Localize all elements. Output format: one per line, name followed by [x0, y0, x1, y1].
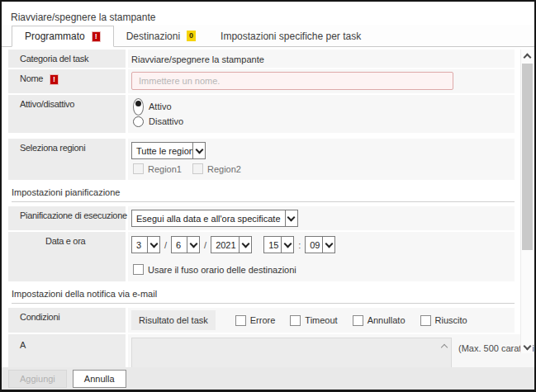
- regioni-value-cell: Tutte le regioni Region1 Region2: [128, 139, 515, 180]
- dataora-value-cell: 3 / 6 / 2021 15: [128, 232, 515, 281]
- radio-attivo-label: Attivo: [149, 102, 172, 111]
- radio-selected-icon[interactable]: [133, 98, 144, 116]
- datetime-pickers: 3 / 6 / 2021 15: [131, 235, 508, 253]
- tab-impostazioni-task-label: Impostazioni specifiche per task: [221, 31, 361, 42]
- row-condizioni: Condizioni Risultato del task Errore Tim…: [8, 308, 515, 333]
- tab-impostazioni-task[interactable]: Impostazioni specifiche per task: [208, 26, 373, 46]
- region1-label: Region1: [148, 164, 182, 174]
- attivo-label: Attivo/disattivo: [8, 95, 126, 133]
- regioni-select[interactable]: Tutte le regioni: [131, 142, 206, 159]
- categoria-label: Categoria del task: [8, 50, 126, 68]
- textarea-scrollbar: [440, 345, 448, 367]
- regioni-label: Seleziona regioni: [8, 139, 126, 180]
- date-separator: /: [164, 240, 168, 250]
- checkbox-timeout[interactable]: Timeout: [290, 315, 337, 326]
- scroll-up-button[interactable]: [521, 50, 533, 62]
- vertical-scrollbar[interactable]: [520, 50, 533, 353]
- dialog-window: Riavviare/spegnere la stampante Programm…: [0, 0, 536, 392]
- hour-select-value: 15: [264, 240, 281, 250]
- month-select-value: 3: [132, 240, 145, 250]
- row-attivo: Attivo/disattivo Attivo Disattivo: [8, 95, 515, 133]
- condizioni-label: Condizioni: [8, 308, 126, 333]
- time-separator: :: [297, 240, 301, 250]
- section-notifica-email: Impostazioni della notifica via e-mail: [12, 289, 515, 304]
- day-select[interactable]: 6: [171, 236, 200, 253]
- tab-destinazioni[interactable]: Destinazioni 0: [114, 26, 208, 46]
- region1-checkbox-icon[interactable]: [133, 163, 144, 174]
- nome-input[interactable]: [131, 72, 453, 90]
- year-select[interactable]: 2021: [211, 236, 252, 253]
- risultato-task-label: Risultato del task: [131, 310, 216, 330]
- row-regioni: Seleziona regioni Tutte le regioni Regio…: [8, 139, 515, 180]
- categoria-value: Riavviare/spegnere la stampante: [128, 50, 515, 68]
- condizioni-value-cell: Risultato del task Errore Timeout Annull…: [128, 308, 515, 333]
- fuso-checkbox-icon[interactable]: [133, 264, 144, 275]
- chevron-down-icon: [192, 143, 205, 158]
- annullato-label: Annullato: [368, 315, 406, 325]
- errore-label: Errore: [250, 315, 276, 325]
- scroll-down-button[interactable]: [521, 341, 533, 353]
- annulla-button[interactable]: Annulla: [73, 370, 126, 388]
- riuscito-checkbox-icon[interactable]: [420, 315, 431, 326]
- row-destinatario-a: A (Max. 500 caratteri): [8, 334, 515, 367]
- titlebar: Riavviare/spegnere la stampante: [2, 2, 534, 25]
- minute-select-value: 09: [306, 240, 322, 250]
- error-count-badge: !: [92, 31, 101, 42]
- month-select[interactable]: 3: [131, 236, 160, 253]
- errore-checkbox-icon[interactable]: [235, 315, 246, 326]
- chevron-down-icon: [187, 237, 199, 253]
- annullato-checkbox-icon[interactable]: [353, 315, 363, 326]
- chevron-down-icon: [322, 237, 334, 253]
- nome-error-badge: !: [50, 74, 59, 85]
- destination-count-badge: 0: [187, 31, 196, 41]
- date-separator: /: [203, 240, 207, 250]
- recipients-textarea[interactable]: [131, 338, 452, 367]
- minute-select[interactable]: 09: [305, 236, 335, 253]
- checkbox-fuso-orario[interactable]: Usare il fuso orario delle destinazioni: [131, 264, 508, 275]
- chevron-down-icon: [239, 237, 251, 253]
- radio-disattivo[interactable]: Disattivo: [131, 114, 508, 129]
- radio-attivo[interactable]: Attivo: [131, 99, 508, 114]
- radio-unselected-icon[interactable]: [133, 116, 144, 127]
- fuso-label: Usare il fuso orario delle destinazioni: [148, 265, 296, 275]
- timeout-label: Timeout: [305, 315, 337, 325]
- chevron-up-icon[interactable]: [441, 344, 448, 351]
- checkbox-region1[interactable]: Region1: [133, 163, 182, 174]
- checkbox-annullato[interactable]: Annullato: [353, 315, 406, 326]
- esecuzione-label: Pianificazione di esecuzione: [8, 206, 126, 230]
- day-select-value: 6: [172, 240, 185, 250]
- row-dataora: Data e ora 3 / 6 / 2021: [8, 232, 515, 281]
- hour-select[interactable]: 15: [263, 236, 294, 253]
- checkbox-riuscito[interactable]: Riuscito: [420, 315, 467, 326]
- chevron-up-icon: [523, 53, 531, 61]
- a-label: A: [8, 334, 126, 367]
- section-pianificazione: Impostazioni pianificazione: [12, 187, 515, 202]
- nome-value-cell: [128, 69, 515, 93]
- chevron-down-icon: [281, 237, 293, 253]
- attivo-value-cell: Attivo Disattivo: [128, 95, 515, 133]
- tab-programmato-label: Programmato: [25, 31, 85, 42]
- nome-label-text: Nome: [20, 73, 43, 83]
- aggiungi-button[interactable]: Aggiungi: [8, 370, 67, 388]
- row-esecuzione: Pianificazione di esecuzione Esegui alla…: [8, 206, 515, 230]
- region2-checkbox-icon[interactable]: [192, 163, 203, 174]
- row-categoria: Categoria del task Riavviare/spegnere la…: [8, 50, 515, 68]
- riuscito-label: Riuscito: [435, 315, 467, 325]
- form-content: Categoria del task Riavviare/spegnere la…: [2, 47, 534, 367]
- checkbox-errore[interactable]: Errore: [235, 315, 276, 326]
- region2-label: Region2: [207, 164, 241, 174]
- esecuzione-value-cell: Esegui alla data e all'ora specificate: [128, 206, 515, 230]
- chevron-down-icon: [285, 210, 297, 226]
- dataora-label: Data e ora: [8, 232, 126, 281]
- dialog-title: Riavviare/spegnere la stampante: [11, 12, 155, 23]
- esecuzione-select[interactable]: Esegui alla data e all'ora specificate: [131, 210, 298, 227]
- row-nome: Nome !: [8, 69, 515, 93]
- checkbox-region2[interactable]: Region2: [192, 163, 241, 174]
- tab-programmato[interactable]: Programmato !: [12, 26, 114, 47]
- nome-label: Nome !: [8, 69, 126, 93]
- regioni-select-value: Tutte le regioni: [132, 146, 192, 156]
- esecuzione-select-value: Esegui alla data e all'ora specificate: [132, 214, 285, 224]
- scrollbar-thumb[interactable]: [522, 64, 533, 250]
- timeout-checkbox-icon[interactable]: [290, 315, 301, 326]
- chevron-down-icon: [523, 342, 531, 350]
